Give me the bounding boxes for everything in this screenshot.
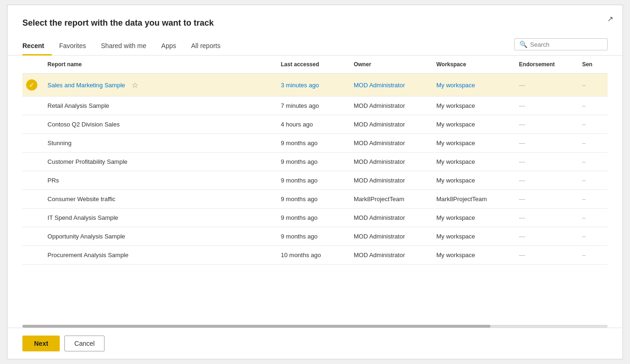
table-row[interactable]: Customer Profitability Sample9 months ag…	[22, 153, 608, 171]
row-icon-cell: ✓	[22, 74, 44, 97]
row-sen-cell: –	[578, 190, 608, 209]
row-workspace-cell: My workspace	[433, 134, 515, 153]
report-name-plain: Customer Profitability Sample	[48, 158, 127, 165]
report-name-plain: PRs	[48, 177, 59, 184]
star-icon[interactable]: ☆	[132, 81, 138, 90]
row-workspace-cell: My workspace	[433, 153, 515, 171]
row-endorsement-cell: —	[515, 246, 578, 265]
table-header-row: Report name Last accessed Owner Workspac…	[22, 56, 608, 74]
selected-check-icon: ✓	[26, 79, 37, 91]
search-container: 🔍	[514, 38, 608, 50]
row-accessed-cell: 9 months ago	[277, 134, 350, 153]
row-sen-cell: –	[578, 246, 608, 265]
row-accessed-cell: 7 minutes ago	[277, 97, 350, 115]
row-endorsement-cell: —	[515, 153, 578, 171]
dialog-title: Select the report with the data you want…	[22, 18, 608, 28]
tab-apps[interactable]: Apps	[154, 37, 184, 56]
row-endorsement-cell: —	[515, 171, 578, 190]
row-sen-cell: –	[578, 74, 608, 97]
row-accessed-cell: 3 minutes ago	[277, 74, 350, 97]
row-icon-cell	[22, 209, 44, 227]
row-owner-cell: MOD Administrator	[350, 115, 433, 134]
col-header-name: Report name	[44, 56, 277, 74]
row-workspace-cell: My workspace	[433, 115, 515, 134]
search-input[interactable]	[530, 41, 595, 48]
row-name-cell[interactable]: Opportunity Analysis Sample	[44, 227, 277, 246]
row-accessed-cell: 4 hours ago	[277, 115, 350, 134]
table-row[interactable]: Contoso Q2 Division Sales4 hours agoMOD …	[22, 115, 608, 134]
row-workspace-cell: My workspace	[433, 74, 515, 97]
report-name-plain: Consumer Website traffic	[48, 196, 115, 203]
accessed-link: 3 minutes ago	[281, 82, 319, 89]
row-owner-cell: MOD Administrator	[350, 246, 433, 265]
row-accessed-cell: 9 months ago	[277, 190, 350, 209]
row-accessed-cell: 9 months ago	[277, 171, 350, 190]
tab-allreports[interactable]: All reports	[183, 37, 228, 56]
report-selection-dialog: Select the report with the data you want…	[7, 5, 623, 359]
row-endorsement-cell: —	[515, 97, 578, 115]
row-name-cell[interactable]: Procurement Analysis Sample	[44, 246, 277, 265]
tab-shared[interactable]: Shared with me	[93, 37, 154, 56]
row-owner-cell: MOD Administrator	[350, 209, 433, 227]
footer-area: Next Cancel	[7, 328, 623, 359]
expand-icon[interactable]: ↗	[607, 14, 613, 23]
row-sen-cell: –	[578, 171, 608, 190]
row-owner-cell: MOD Administrator	[350, 97, 433, 115]
table-row[interactable]: ✓Sales and Marketing Sample☆3 minutes ag…	[22, 74, 608, 97]
row-owner-cell: Mark8ProjectTeam	[350, 190, 433, 209]
row-icon-cell	[22, 97, 44, 115]
col-header-owner: Owner	[350, 56, 433, 74]
row-endorsement-cell: —	[515, 115, 578, 134]
col-header-workspace: Workspace	[433, 56, 515, 74]
cancel-button[interactable]: Cancel	[64, 336, 105, 351]
tab-recent[interactable]: Recent	[22, 37, 52, 56]
col-header-icon	[22, 56, 44, 74]
report-name-link: Sales and Marketing Sample	[48, 82, 125, 89]
col-header-sen: Sen	[578, 56, 608, 74]
table-row[interactable]: Stunning9 months agoMOD AdministratorMy …	[22, 134, 608, 153]
report-name-plain: Contoso Q2 Division Sales	[48, 121, 120, 128]
row-name-cell[interactable]: IT Spend Analysis Sample	[44, 209, 277, 227]
table-row[interactable]: Retail Analysis Sample7 minutes agoMOD A…	[22, 97, 608, 115]
row-name-cell[interactable]: Stunning	[44, 134, 277, 153]
table-row[interactable]: Consumer Website traffic9 months agoMark…	[22, 190, 608, 209]
row-workspace-cell: My workspace	[433, 246, 515, 265]
row-name-cell[interactable]: Sales and Marketing Sample☆	[44, 74, 277, 97]
row-sen-cell: –	[578, 153, 608, 171]
table-row[interactable]: PRs9 months agoMOD AdministratorMy works…	[22, 171, 608, 190]
table-row[interactable]: IT Spend Analysis Sample9 months agoMOD …	[22, 209, 608, 227]
row-icon-cell	[22, 171, 44, 190]
owner-link: MOD Administrator	[354, 82, 405, 89]
table-row[interactable]: Procurement Analysis Sample10 months ago…	[22, 246, 608, 265]
row-sen-cell: –	[578, 209, 608, 227]
table-row[interactable]: Opportunity Analysis Sample9 months agoM…	[22, 227, 608, 246]
row-accessed-cell: 10 months ago	[277, 246, 350, 265]
horizontal-scrollbar[interactable]	[22, 325, 608, 328]
scrollbar-thumb[interactable]	[22, 325, 490, 328]
search-icon: 🔍	[519, 41, 527, 48]
reports-table: Report name Last accessed Owner Workspac…	[22, 56, 608, 265]
dialog-header: Select the report with the data you want…	[7, 5, 623, 37]
row-endorsement-cell: —	[515, 227, 578, 246]
row-name-cell[interactable]: Consumer Website traffic	[44, 190, 277, 209]
report-name-plain: Opportunity Analysis Sample	[48, 233, 125, 240]
row-name-cell[interactable]: Retail Analysis Sample	[44, 97, 277, 115]
row-name-cell[interactable]: Customer Profitability Sample	[44, 153, 277, 171]
row-owner-cell: MOD Administrator	[350, 74, 433, 97]
row-sen-cell: –	[578, 115, 608, 134]
next-button[interactable]: Next	[22, 336, 60, 351]
row-workspace-cell: My workspace	[433, 97, 515, 115]
row-name-cell[interactable]: PRs	[44, 171, 277, 190]
tab-favorites[interactable]: Favorites	[52, 37, 94, 56]
table-area: Report name Last accessed Owner Workspac…	[7, 56, 623, 325]
row-endorsement-cell: —	[515, 209, 578, 227]
row-icon-cell	[22, 246, 44, 265]
row-owner-cell: MOD Administrator	[350, 227, 433, 246]
report-name-plain: Stunning	[48, 140, 71, 147]
report-name-plain: IT Spend Analysis Sample	[48, 214, 119, 221]
row-accessed-cell: 9 months ago	[277, 209, 350, 227]
col-header-endorsement: Endorsement	[515, 56, 578, 74]
row-name-cell[interactable]: Contoso Q2 Division Sales	[44, 115, 277, 134]
row-icon-cell	[22, 115, 44, 134]
row-icon-cell	[22, 190, 44, 209]
